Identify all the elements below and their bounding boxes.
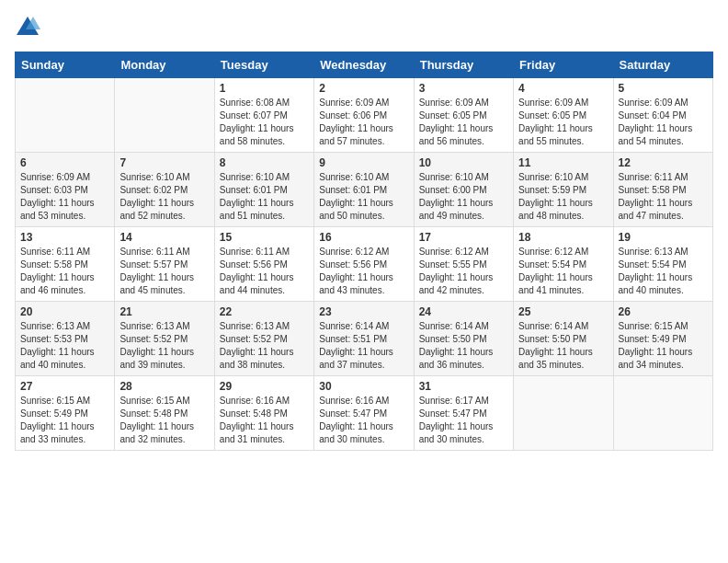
day-number: 27 [20, 380, 109, 393]
day-content: Sunrise: 6:09 AM Sunset: 6:05 PM Dayligh… [419, 97, 508, 148]
day-content: Sunrise: 6:08 AM Sunset: 6:07 PM Dayligh… [220, 97, 309, 148]
day-content: Sunrise: 6:15 AM Sunset: 5:49 PM Dayligh… [20, 395, 109, 446]
calendar-cell: 20Sunrise: 6:13 AM Sunset: 5:53 PM Dayli… [16, 302, 115, 376]
day-content: Sunrise: 6:17 AM Sunset: 5:47 PM Dayligh… [419, 395, 508, 446]
day-number: 30 [319, 380, 408, 393]
day-content: Sunrise: 6:11 AM Sunset: 5:56 PM Dayligh… [220, 246, 309, 297]
day-content: Sunrise: 6:10 AM Sunset: 6:01 PM Dayligh… [319, 171, 408, 223]
calendar-cell: 13Sunrise: 6:11 AM Sunset: 5:58 PM Dayli… [16, 227, 115, 302]
day-number: 13 [20, 231, 109, 244]
calendar-cell: 17Sunrise: 6:12 AM Sunset: 5:55 PM Dayli… [414, 227, 513, 302]
calendar-cell: 21Sunrise: 6:13 AM Sunset: 5:52 PM Dayli… [115, 302, 214, 376]
day-number: 10 [419, 156, 508, 169]
day-number: 14 [119, 231, 209, 244]
day-number: 21 [119, 305, 209, 318]
calendar-cell: 19Sunrise: 6:13 AM Sunset: 5:54 PM Dayli… [613, 227, 712, 302]
weekday-header-thursday: Thursday [414, 52, 513, 78]
day-number: 24 [419, 305, 508, 318]
day-number: 26 [619, 305, 708, 318]
day-number: 5 [619, 82, 708, 95]
calendar-cell [16, 78, 115, 153]
day-content: Sunrise: 6:13 AM Sunset: 5:52 PM Dayligh… [119, 320, 209, 372]
day-content: Sunrise: 6:12 AM Sunset: 5:54 PM Dayligh… [518, 246, 608, 297]
day-content: Sunrise: 6:09 AM Sunset: 6:04 PM Dayligh… [619, 97, 708, 148]
calendar-cell: 10Sunrise: 6:10 AM Sunset: 6:00 PM Dayli… [414, 153, 513, 227]
day-number: 2 [319, 82, 408, 95]
calendar-cell: 5Sunrise: 6:09 AM Sunset: 6:04 PM Daylig… [613, 78, 712, 153]
calendar-cell: 7Sunrise: 6:10 AM Sunset: 6:02 PM Daylig… [115, 153, 214, 227]
calendar-cell: 23Sunrise: 6:14 AM Sunset: 5:51 PM Dayli… [314, 302, 414, 376]
day-number: 15 [220, 231, 309, 244]
day-number: 19 [619, 231, 708, 244]
calendar-cell: 14Sunrise: 6:11 AM Sunset: 5:57 PM Dayli… [115, 227, 214, 302]
calendar-cell: 15Sunrise: 6:11 AM Sunset: 5:56 PM Dayli… [214, 227, 313, 302]
day-number: 3 [419, 82, 508, 95]
day-content: Sunrise: 6:11 AM Sunset: 5:58 PM Dayligh… [20, 246, 109, 297]
logo-icon [15, 15, 40, 40]
day-number: 17 [419, 231, 508, 244]
calendar-cell: 25Sunrise: 6:14 AM Sunset: 5:50 PM Dayli… [514, 302, 613, 376]
calendar-cell: 1Sunrise: 6:08 AM Sunset: 6:07 PM Daylig… [214, 78, 313, 153]
week-row-5: 27Sunrise: 6:15 AM Sunset: 5:49 PM Dayli… [16, 376, 713, 451]
calendar-cell [613, 376, 712, 451]
logo [15, 15, 44, 40]
day-content: Sunrise: 6:13 AM Sunset: 5:52 PM Dayligh… [220, 320, 309, 372]
day-number: 8 [220, 156, 309, 169]
calendar-cell: 26Sunrise: 6:15 AM Sunset: 5:49 PM Dayli… [613, 302, 712, 376]
day-number: 1 [220, 82, 309, 95]
calendar-header: SundayMondayTuesdayWednesdayThursdayFrid… [16, 52, 713, 78]
day-content: Sunrise: 6:14 AM Sunset: 5:51 PM Dayligh… [319, 320, 408, 372]
calendar-cell: 16Sunrise: 6:12 AM Sunset: 5:56 PM Dayli… [314, 227, 414, 302]
page-header [15, 15, 713, 40]
weekday-header-friday: Friday [514, 52, 613, 78]
calendar-cell: 29Sunrise: 6:16 AM Sunset: 5:48 PM Dayli… [214, 376, 313, 451]
calendar-cell: 27Sunrise: 6:15 AM Sunset: 5:49 PM Dayli… [16, 376, 115, 451]
calendar-cell: 6Sunrise: 6:09 AM Sunset: 6:03 PM Daylig… [16, 153, 115, 227]
calendar-cell: 9Sunrise: 6:10 AM Sunset: 6:01 PM Daylig… [314, 153, 414, 227]
weekday-header-tuesday: Tuesday [214, 52, 313, 78]
day-content: Sunrise: 6:10 AM Sunset: 6:01 PM Dayligh… [220, 171, 309, 223]
calendar-cell [514, 376, 613, 451]
day-number: 28 [119, 380, 209, 393]
day-content: Sunrise: 6:16 AM Sunset: 5:47 PM Dayligh… [319, 395, 408, 446]
day-content: Sunrise: 6:13 AM Sunset: 5:54 PM Dayligh… [619, 246, 708, 297]
day-content: Sunrise: 6:10 AM Sunset: 5:59 PM Dayligh… [518, 171, 608, 223]
day-number: 29 [220, 380, 309, 393]
day-content: Sunrise: 6:09 AM Sunset: 6:05 PM Dayligh… [518, 97, 608, 148]
day-number: 18 [518, 231, 608, 244]
day-content: Sunrise: 6:09 AM Sunset: 6:03 PM Dayligh… [20, 171, 109, 223]
calendar-cell: 8Sunrise: 6:10 AM Sunset: 6:01 PM Daylig… [214, 153, 313, 227]
weekday-header-wednesday: Wednesday [314, 52, 414, 78]
day-number: 31 [419, 380, 508, 393]
day-content: Sunrise: 6:11 AM Sunset: 5:57 PM Dayligh… [119, 246, 209, 297]
week-row-3: 13Sunrise: 6:11 AM Sunset: 5:58 PM Dayli… [16, 227, 713, 302]
day-number: 22 [220, 305, 309, 318]
calendar-cell: 2Sunrise: 6:09 AM Sunset: 6:06 PM Daylig… [314, 78, 414, 153]
day-content: Sunrise: 6:15 AM Sunset: 5:48 PM Dayligh… [119, 395, 209, 446]
calendar-cell: 24Sunrise: 6:14 AM Sunset: 5:50 PM Dayli… [414, 302, 513, 376]
week-row-1: 1Sunrise: 6:08 AM Sunset: 6:07 PM Daylig… [16, 78, 713, 153]
calendar-cell: 18Sunrise: 6:12 AM Sunset: 5:54 PM Dayli… [514, 227, 613, 302]
day-content: Sunrise: 6:10 AM Sunset: 6:00 PM Dayligh… [419, 171, 508, 223]
day-number: 11 [518, 156, 608, 169]
weekday-header-monday: Monday [115, 52, 214, 78]
weekday-header-saturday: Saturday [613, 52, 712, 78]
day-number: 12 [619, 156, 708, 169]
day-content: Sunrise: 6:14 AM Sunset: 5:50 PM Dayligh… [518, 320, 608, 372]
day-number: 9 [319, 156, 408, 169]
calendar-cell: 30Sunrise: 6:16 AM Sunset: 5:47 PM Dayli… [314, 376, 414, 451]
day-number: 7 [119, 156, 209, 169]
calendar-cell [115, 78, 214, 153]
day-content: Sunrise: 6:12 AM Sunset: 5:55 PM Dayligh… [419, 246, 508, 297]
week-row-2: 6Sunrise: 6:09 AM Sunset: 6:03 PM Daylig… [16, 153, 713, 227]
weekday-row: SundayMondayTuesdayWednesdayThursdayFrid… [16, 52, 713, 78]
calendar-cell: 3Sunrise: 6:09 AM Sunset: 6:05 PM Daylig… [414, 78, 513, 153]
week-row-4: 20Sunrise: 6:13 AM Sunset: 5:53 PM Dayli… [16, 302, 713, 376]
day-content: Sunrise: 6:10 AM Sunset: 6:02 PM Dayligh… [119, 171, 209, 223]
calendar-cell: 28Sunrise: 6:15 AM Sunset: 5:48 PM Dayli… [115, 376, 214, 451]
day-content: Sunrise: 6:16 AM Sunset: 5:48 PM Dayligh… [220, 395, 309, 446]
calendar-cell: 4Sunrise: 6:09 AM Sunset: 6:05 PM Daylig… [514, 78, 613, 153]
day-number: 20 [20, 305, 109, 318]
day-content: Sunrise: 6:12 AM Sunset: 5:56 PM Dayligh… [319, 246, 408, 297]
calendar-cell: 31Sunrise: 6:17 AM Sunset: 5:47 PM Dayli… [414, 376, 513, 451]
